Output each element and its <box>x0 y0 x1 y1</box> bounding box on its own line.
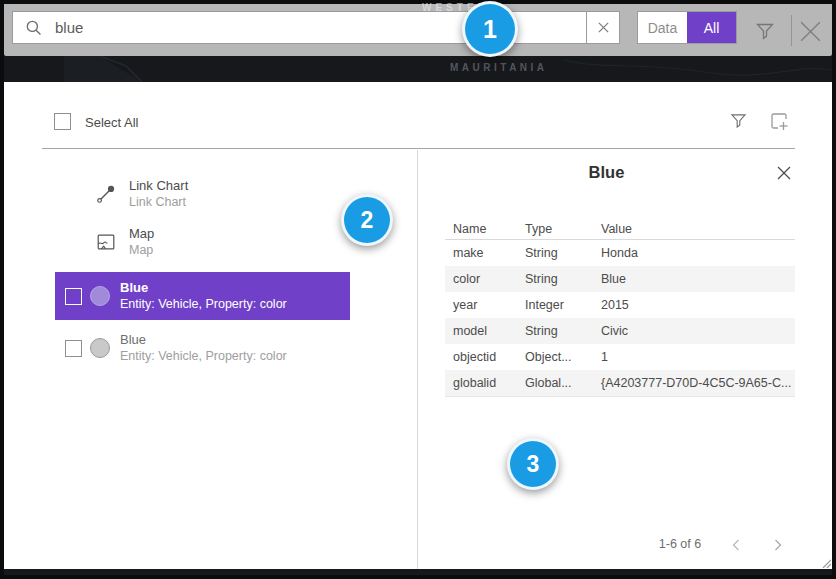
callout-3: 3 <box>507 438 559 490</box>
property-name: objectid <box>445 350 517 364</box>
results-list: Link Chart Link Chart Map Map Blue Entit… <box>55 170 350 372</box>
details-close-icon[interactable] <box>775 164 793 182</box>
property-table: Name Type Value makeStringHondacolorStri… <box>445 218 795 397</box>
column-name: Name <box>445 222 517 236</box>
scope-option-all[interactable]: All <box>687 12 736 43</box>
property-type: Integer <box>517 298 593 312</box>
callout-1: 1 <box>462 1 518 57</box>
close-search-icon[interactable] <box>797 18 824 45</box>
map-background-top: MAURITANIA <box>4 56 832 82</box>
result-checkbox[interactable] <box>65 340 82 357</box>
property-value: 1 <box>593 350 795 364</box>
clear-search-button[interactable] <box>586 11 620 44</box>
result-subtitle: Link Chart <box>129 194 188 210</box>
property-name: model <box>445 324 517 338</box>
details-title: Blue <box>418 163 795 182</box>
result-subtitle: Map <box>129 242 154 258</box>
entity-circle-icon <box>90 286 110 306</box>
resize-grip[interactable] <box>821 558 831 568</box>
search-results-panel: Select All Link Chart Link Chart <box>4 82 832 569</box>
property-type: String <box>517 272 593 286</box>
panel-header-divider <box>42 148 795 149</box>
search-input[interactable] <box>53 18 517 37</box>
property-row: globalidGlobal...{A4203777-D70D-4C5C-9A6… <box>445 370 795 396</box>
property-row: objectidObject...1 <box>445 344 795 370</box>
add-to-selection-icon[interactable] <box>767 109 791 133</box>
property-row: modelStringCivic <box>445 318 795 344</box>
search-toolbar: WESTER Data All <box>4 4 832 56</box>
column-type: Type <box>517 222 593 236</box>
property-row: yearInteger2015 <box>445 292 795 318</box>
property-type: Object... <box>517 350 593 364</box>
chevron-left-icon[interactable] <box>729 537 743 553</box>
result-title: Map <box>129 226 154 242</box>
column-value: Value <box>593 222 795 236</box>
result-item[interactable]: Blue Entity: Vehicle, Property: color <box>55 324 350 372</box>
select-all-label: Select All <box>85 115 138 130</box>
map-label-mauritania: MAURITANIA <box>450 62 548 73</box>
property-table-body: makeStringHondacolorStringBlueyearIntege… <box>445 240 795 397</box>
select-all-checkbox[interactable] <box>54 113 71 130</box>
result-subtitle: Entity: Vehicle, Property: color <box>120 296 287 312</box>
pagination-label: 1-6 of 6 <box>642 537 718 551</box>
app-window: WESTER Data All <box>0 0 836 579</box>
property-type: String <box>517 246 593 260</box>
property-value: 2015 <box>593 298 795 312</box>
property-value: Blue <box>593 272 795 286</box>
result-title: Blue <box>120 280 287 296</box>
result-checkbox[interactable] <box>65 288 82 305</box>
property-value: Honda <box>593 246 795 260</box>
callout-2: 2 <box>341 194 393 246</box>
result-title: Blue <box>120 332 287 348</box>
link-chart-icon <box>95 183 117 205</box>
property-value: Civic <box>593 324 795 338</box>
panel-vertical-divider <box>417 150 418 569</box>
property-row: colorStringBlue <box>445 266 795 292</box>
property-name: color <box>445 272 517 286</box>
property-row: makeStringHonda <box>445 240 795 266</box>
result-item[interactable]: Link Chart Link Chart <box>55 170 350 218</box>
x-clear-icon <box>597 21 610 34</box>
map-background-bottom <box>4 569 832 575</box>
property-name: year <box>445 298 517 312</box>
property-name: make <box>445 246 517 260</box>
results-filter-icon[interactable] <box>728 110 749 132</box>
result-item[interactable]: Blue Entity: Vehicle, Property: color <box>55 272 350 320</box>
filter-icon[interactable] <box>753 19 777 43</box>
result-title: Link Chart <box>129 178 188 194</box>
property-name: globalid <box>445 376 517 390</box>
map-border-lines <box>4 56 832 82</box>
scope-option-data[interactable]: Data <box>638 12 687 43</box>
result-item[interactable]: Map Map <box>55 218 350 266</box>
chevron-right-icon[interactable] <box>771 537 785 553</box>
entity-circle-icon <box>90 338 110 358</box>
property-type: String <box>517 324 593 338</box>
search-scope-toggle: Data All <box>637 11 737 44</box>
property-table-header: Name Type Value <box>445 218 795 240</box>
search-icon <box>25 19 43 37</box>
property-type: Global... <box>517 376 593 390</box>
result-subtitle: Entity: Vehicle, Property: color <box>120 348 287 364</box>
property-value: {A4203777-D70D-4C5C-9A65-C... <box>593 376 795 390</box>
map-icon <box>95 231 117 253</box>
toolbar-divider <box>791 15 792 46</box>
